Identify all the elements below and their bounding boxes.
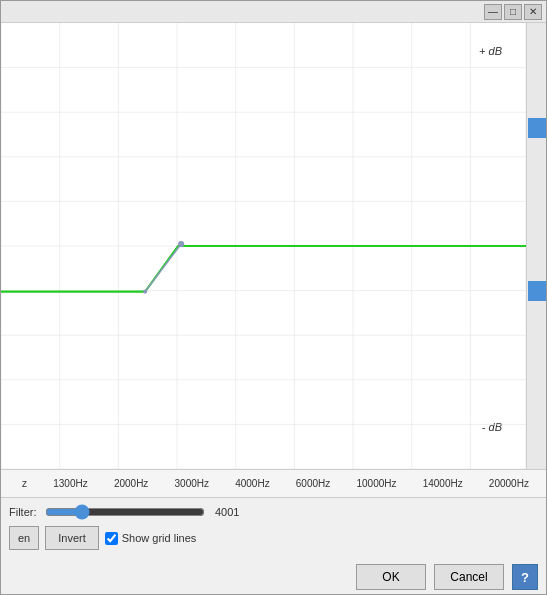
- show-grid-text: Show grid lines: [122, 532, 197, 544]
- freq-label-8: 20000Hz: [489, 478, 529, 489]
- show-grid-label[interactable]: Show grid lines: [105, 532, 197, 545]
- freq-label-5: 6000Hz: [296, 478, 330, 489]
- scroll-thumb-bottom[interactable]: [528, 281, 546, 301]
- freq-label-2: 2000Hz: [114, 478, 148, 489]
- show-grid-checkbox[interactable]: [105, 532, 118, 545]
- svg-line-20: [145, 244, 181, 292]
- help-button[interactable]: ?: [512, 564, 538, 590]
- freq-label-6: 10000Hz: [356, 478, 396, 489]
- svg-point-21: [178, 241, 184, 247]
- cancel-button[interactable]: Cancel: [434, 564, 504, 590]
- freq-label-1: 1300Hz: [53, 478, 87, 489]
- freq-labels: z 1300Hz 2000Hz 3000Hz 4000Hz 6000Hz 100…: [5, 478, 546, 489]
- main-window: — □ ✕ + dB - dB: [0, 0, 547, 595]
- close-button[interactable]: ✕: [524, 4, 542, 20]
- scroll-thumb-top[interactable]: [528, 118, 546, 138]
- freq-axis: z 1300Hz 2000Hz 3000Hz 4000Hz 6000Hz 100…: [1, 469, 546, 497]
- ok-cancel-row: OK Cancel ?: [1, 560, 546, 594]
- maximize-button[interactable]: □: [504, 4, 522, 20]
- filter-value: 4001: [215, 506, 239, 518]
- chart-area: + dB - dB: [1, 23, 546, 469]
- title-bar: — □ ✕: [1, 1, 546, 23]
- bottom-buttons: en Invert Show grid lines: [9, 526, 538, 550]
- ok-button[interactable]: OK: [356, 564, 426, 590]
- filter-label: Filter:: [9, 506, 39, 518]
- minimize-button[interactable]: —: [484, 4, 502, 20]
- freq-label-4: 4000Hz: [235, 478, 269, 489]
- invert-button[interactable]: Invert: [45, 526, 99, 550]
- chart-main[interactable]: + dB - dB: [1, 23, 526, 469]
- freq-label-0: z: [22, 478, 27, 489]
- svg-point-22: [143, 290, 147, 294]
- filter-slider[interactable]: [45, 504, 205, 520]
- extra-button[interactable]: en: [9, 526, 39, 550]
- freq-label-3: 3000Hz: [175, 478, 209, 489]
- filter-row: Filter: 4001: [9, 504, 538, 520]
- chart-svg[interactable]: [1, 23, 526, 469]
- freq-label-7: 14000Hz: [423, 478, 463, 489]
- chart-scrollbar[interactable]: [526, 23, 546, 469]
- controls-area: Filter: 4001 en Invert Show grid lines: [1, 497, 546, 560]
